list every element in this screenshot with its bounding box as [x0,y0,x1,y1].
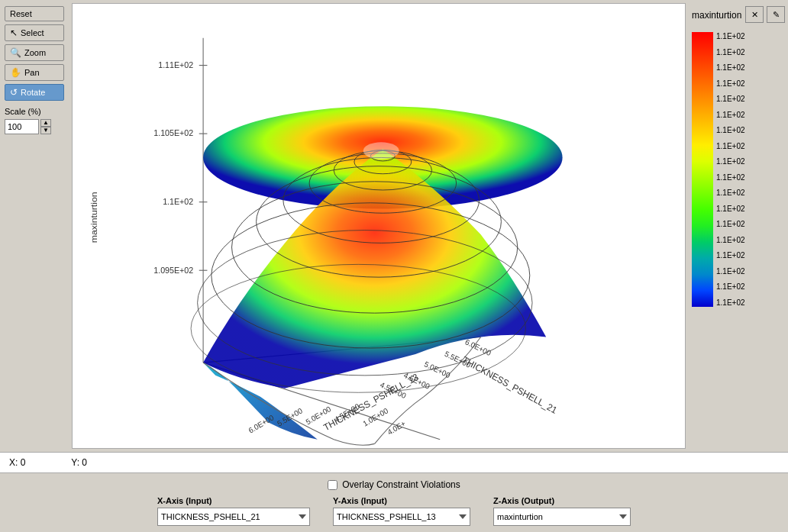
legend-label-4: 1.1E+02 [716,95,745,103]
legend-bar-container: 1.1E+021.1E+021.1E+021.1E+021.1E+021.1E+… [692,32,745,307]
chart-area: 1.11E+02 1.105E+02 1.1E+02 1.095E+02 max… [69,0,788,452]
legend-close-button[interactable]: ✕ [745,6,764,23]
legend-label-1: 1.1E+02 [716,48,745,56]
close-icon: ✕ [751,10,758,20]
zoom-icon: 🔍 [10,47,21,58]
x-axis-group: X-Axis (Input) THICKNESS_PSHELL_21 [157,496,310,526]
legend-label-14: 1.1E+02 [716,251,745,260]
scale-down-button[interactable]: ▼ [40,127,51,134]
legend-label-15: 1.1E+02 [716,267,745,276]
status-bar: X: 0 Y: 0 [0,452,788,473]
scale-input[interactable]: 100 [5,119,39,134]
overlay-checkbox[interactable] [328,480,337,490]
legend-color-bar [692,32,713,307]
toolbar: Reset ↖ Select 🔍 Zoom ✋ Pan ↺ Rotate Sca… [0,0,69,452]
zoom-label: Zoom [24,48,46,57]
main-container: Reset ↖ Select 🔍 Zoom ✋ Pan ↺ Rotate Sca… [0,0,788,532]
rotate-icon: ↺ [10,87,18,98]
svg-text:1.1E+02: 1.1E+02 [163,197,193,206]
legend-controls: ✕ ✎ [745,6,785,23]
legend-label-0: 1.1E+02 [716,32,745,40]
top-area: Reset ↖ Select 🔍 Zoom ✋ Pan ↺ Rotate Sca… [0,0,788,452]
legend-label-13: 1.1E+02 [716,236,745,244]
pan-icon: ✋ [10,67,21,78]
reset-button[interactable]: Reset [5,6,64,21]
svg-text:1.11E+02: 1.11E+02 [158,60,193,69]
overlay-label: Overlay Constraint Violations [342,479,460,490]
legend-panel: maxinturtion ✕ ✎ 1.1E+021.1E+021.1E+0 [689,0,788,452]
y-axis-label: Y-Axis (Input) [333,496,470,505]
legend-label-11: 1.1E+02 [716,205,745,213]
svg-text:1.105E+02: 1.105E+02 [153,128,193,137]
y-axis-select[interactable]: THICKNESS_PSHELL_13 [333,508,470,526]
bottom-controls: Overlay Constraint Violations X-Axis (In… [0,473,788,532]
rotate-button[interactable]: ↺ Rotate [5,84,64,101]
legend-label-2: 1.1E+02 [716,63,745,72]
cursor-icon: ↖ [10,27,18,38]
legend-label-12: 1.1E+02 [716,220,745,228]
edit-icon: ✎ [773,10,780,20]
scale-label: Scale (%) [5,107,64,116]
y-axis-group: Y-Axis (Input) THICKNESS_PSHELL_13 [333,496,470,526]
y-coordinate: Y: 0 [71,457,87,468]
z-axis-select[interactable]: maxinturtion [493,508,631,526]
legend-label-16: 1.1E+02 [716,282,745,291]
pan-button[interactable]: ✋ Pan [5,64,64,81]
chart-svg: 1.11E+02 1.105E+02 1.1E+02 1.095E+02 max… [73,4,685,448]
select-label: Select [21,28,44,37]
legend-label-6: 1.1E+02 [716,126,745,134]
axis-selectors: X-Axis (Input) THICKNESS_PSHELL_21 Y-Axi… [157,496,631,526]
rotate-label: Rotate [21,88,45,97]
legend-label-3: 1.1E+02 [716,79,745,88]
svg-text:1.095E+02: 1.095E+02 [153,265,193,274]
reset-label: Reset [10,9,32,18]
legend-label-5: 1.1E+02 [716,111,745,119]
scale-input-row: 100 ▲ ▼ [5,119,64,134]
svg-point-37 [363,142,399,159]
svg-rect-38 [692,32,713,307]
scale-spinners: ▲ ▼ [40,119,51,134]
x-axis-select[interactable]: THICKNESS_PSHELL_21 [157,508,310,526]
overlay-row: Overlay Constraint Violations [328,479,460,490]
x-axis-label: X-Axis (Input) [157,496,310,505]
legend-label-10: 1.1E+02 [716,189,745,197]
select-button[interactable]: ↖ Select [5,24,64,41]
legend-edit-button[interactable]: ✎ [767,6,785,23]
legend-label-8: 1.1E+02 [716,157,745,166]
legend-label-7: 1.1E+02 [716,142,745,150]
legend-labels: 1.1E+021.1E+021.1E+021.1E+021.1E+021.1E+… [716,32,745,307]
z-axis-label: Z-Axis (Output) [493,496,631,505]
svg-text:maxinturtion: maxinturtion [89,192,99,243]
z-axis-group: Z-Axis (Output) maxinturtion [493,496,631,526]
legend-label-17: 1.1E+02 [716,298,745,307]
legend-title: maxinturtion [692,10,741,21]
scale-up-button[interactable]: ▲ [40,119,51,127]
x-coordinate: X: 0 [9,457,25,468]
chart-canvas: 1.11E+02 1.105E+02 1.1E+02 1.095E+02 max… [72,3,686,449]
legend-label-9: 1.1E+02 [716,173,745,182]
pan-label: Pan [24,68,40,77]
zoom-button[interactable]: 🔍 Zoom [5,44,64,61]
